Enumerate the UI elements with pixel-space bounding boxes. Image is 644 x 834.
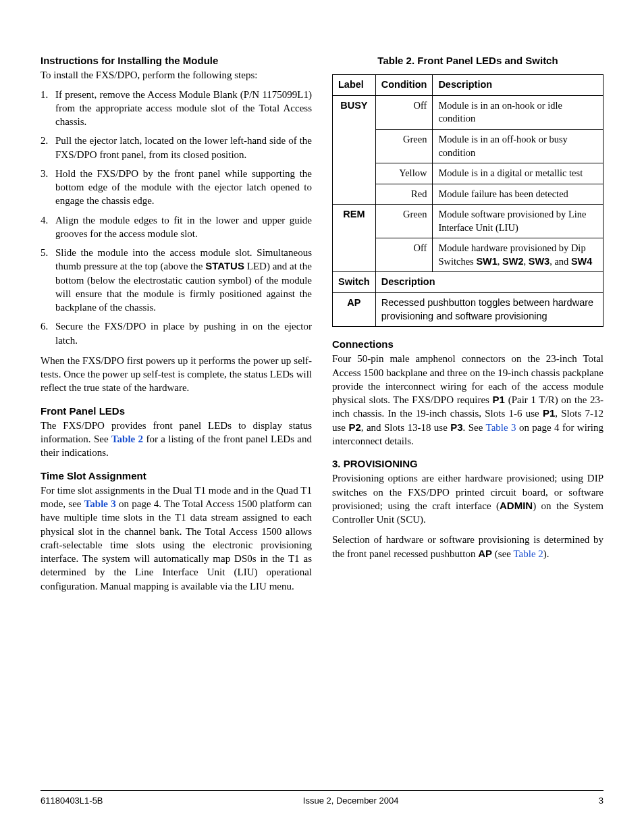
- p2-bold: P2: [348, 421, 360, 433]
- table-row: REM Green Module software provisioned by…: [333, 205, 603, 238]
- ap-desc: Recessed pushbutton toggles between hard…: [375, 293, 603, 327]
- switch-header: Switch: [333, 272, 376, 293]
- prov2-c: (see: [492, 548, 513, 559]
- step-3: Hold the FXS/DPO by the front panel whil…: [55, 167, 312, 208]
- connections-paragraph: Four 50-pin male amphenol connectors on …: [332, 352, 603, 448]
- step-5: Slide the module into the access module …: [55, 246, 312, 314]
- busy-yellow-desc: Module is in a digital or metallic test: [433, 163, 603, 184]
- table2-title: Table 2. Front Panel LEDs and Switch: [332, 54, 603, 68]
- p3-bold: P3: [450, 421, 462, 433]
- footer-right: 3: [599, 795, 603, 807]
- th-label: Label: [333, 75, 376, 96]
- timeslot-paragraph: For time slot assignments in the Dual T1…: [41, 484, 312, 593]
- busy-green-desc: Module is in an off-hook or busy conditi…: [433, 129, 603, 163]
- busy-yellow-cond: Yellow: [375, 163, 433, 184]
- footer-left: 61180403L1-5B: [41, 795, 103, 807]
- leds-paragraph: The FXS/DPO provides front panel LEDs to…: [41, 419, 312, 460]
- step-1: If present, remove the Access Module Bla…: [55, 88, 312, 129]
- admin-bold: ADMIN: [500, 500, 533, 511]
- sw1: SW1: [476, 256, 497, 267]
- timeslot-mid: on page 4. The Total Access 1500 platfor…: [41, 498, 312, 592]
- sep1: ,: [498, 256, 502, 267]
- conn-g: , and Slots 13-18 use: [361, 422, 450, 433]
- step-6: Secure the FXS/DPO in place by pushing i…: [55, 319, 312, 347]
- busy-green-cond: Green: [375, 129, 433, 163]
- busy-off-desc: Module is in an on-hook or idle conditio…: [433, 95, 603, 129]
- table2-link[interactable]: Table 2: [111, 434, 143, 444]
- p1-bold-2: P1: [543, 407, 555, 419]
- switch-header-row: Switch Description: [333, 272, 603, 293]
- p1-bold-1: P1: [493, 394, 505, 405]
- sw2: SW2: [502, 256, 523, 267]
- provisioning-p2: Selection of hardware or software provis…: [332, 533, 603, 561]
- and: , and: [549, 256, 571, 267]
- ap-label: AP: [333, 293, 376, 327]
- install-heading: Instructions for Installing the Module: [41, 54, 312, 68]
- table3-link-right[interactable]: Table 3: [486, 422, 516, 433]
- table-row: AP Recessed pushbutton toggles between h…: [333, 293, 603, 327]
- sw4: SW4: [571, 256, 592, 267]
- leds-heading: Front Panel LEDs: [41, 405, 312, 418]
- busy-off-cond: Off: [375, 95, 433, 129]
- table3-link[interactable]: Table 3: [84, 498, 116, 509]
- prov2-a: Selection of hardware or software provis…: [332, 534, 603, 558]
- rem-off-cond: Off: [375, 238, 433, 272]
- led-table: Label Condition Description BUSY Off Mod…: [332, 74, 603, 327]
- install-intro: To install the FXS/DPO, perform the foll…: [41, 68, 312, 82]
- busy-label: BUSY: [333, 95, 376, 204]
- right-column: Table 2. Front Panel LEDs and Switch Lab…: [332, 54, 603, 763]
- step-2: Pull the ejector latch, located on the l…: [55, 134, 312, 161]
- busy-red-cond: Red: [375, 184, 433, 205]
- table-row: BUSY Off Module is in an on-hook or idle…: [333, 95, 603, 129]
- page-footer: 61180403L1-5B Issue 2, December 2004 3: [41, 790, 603, 807]
- ap-bold: AP: [478, 548, 492, 559]
- two-column-layout: Instructions for Installing the Module T…: [41, 54, 603, 763]
- provisioning-p1: Provisioning options are either hardware…: [332, 471, 603, 526]
- step-4: Align the module edges to fit in the low…: [55, 213, 312, 241]
- sep2: ,: [523, 256, 528, 267]
- status-bold: STATUS: [205, 260, 244, 271]
- switch-desc-header: Description: [375, 272, 603, 293]
- left-column: Instructions for Installing the Module T…: [41, 54, 312, 763]
- busy-red-desc: Module failure has been detected: [433, 184, 603, 205]
- prov2-d: ).: [543, 548, 549, 559]
- sw3: SW3: [529, 256, 549, 267]
- rem-off-desc: Module hardware provisioned by Dip Switc…: [433, 238, 603, 272]
- conn-i: . See: [463, 422, 486, 433]
- table2-link-bottom[interactable]: Table 2: [513, 548, 543, 559]
- rem-green-cond: Green: [375, 205, 433, 238]
- th-condition: Condition: [375, 75, 433, 96]
- rem-green-desc: Module software provisioned by Line Inte…: [433, 205, 603, 238]
- rem-label: REM: [333, 205, 376, 272]
- install-steps: If present, remove the Access Module Bla…: [41, 88, 312, 347]
- footer-center: Issue 2, December 2004: [303, 795, 399, 807]
- connections-heading: Connections: [332, 338, 603, 351]
- table-header-row: Label Condition Description: [333, 75, 603, 96]
- powerup-paragraph: When the FXS/DPO first powers up it perf…: [41, 354, 312, 395]
- timeslot-heading: Time Slot Assignment: [41, 469, 312, 483]
- provisioning-heading: 3. PROVISIONING: [332, 457, 603, 471]
- th-description: Description: [433, 75, 603, 96]
